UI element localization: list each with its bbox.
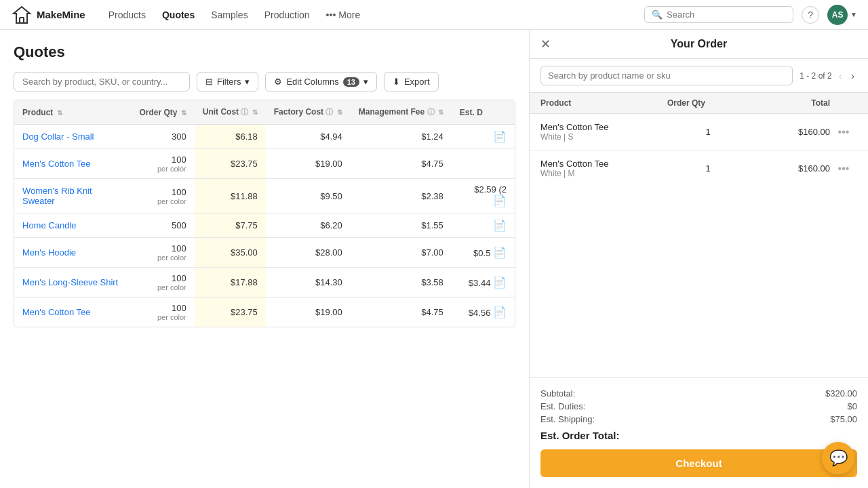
nav-production[interactable]: Production	[258, 5, 317, 24]
nav-quotes[interactable]: Quotes	[155, 5, 201, 24]
order-search-input[interactable]	[540, 66, 793, 85]
cell-est-d: $2.59 (2 📄	[452, 179, 515, 214]
product-link[interactable]: Men's Long-Sleeve Shirt	[22, 277, 118, 287]
filters-button[interactable]: ⊟ Filters ▾	[197, 72, 258, 92]
cell-qty: 500	[131, 214, 194, 238]
cell-factory-cost: $19.00	[266, 149, 351, 179]
doc-icon[interactable]: 📄	[493, 131, 507, 142]
product-link[interactable]: Men's Cotton Tee	[22, 159, 91, 169]
order-item-qty: 1	[667, 127, 749, 137]
cell-product: Men's Hoodie	[14, 238, 131, 268]
main-layout: Quotes ⊟ Filters ▾ ⚙ Edit Columns 13 ▾ ⬇…	[0, 30, 868, 488]
product-search-input[interactable]	[14, 72, 190, 92]
col-order-qty[interactable]: Order Qty ⇅	[131, 100, 194, 125]
cell-mgmt-fee: $1.55	[351, 214, 452, 238]
cell-unit-cost: $11.88	[195, 179, 266, 214]
product-link[interactable]: Men's Hoodie	[22, 247, 76, 258]
nav-samples[interactable]: Samples	[204, 5, 254, 24]
chat-button[interactable]: 💬	[822, 442, 854, 474]
close-button[interactable]: ✕	[540, 37, 551, 52]
table-row: Home Candle 500 $7.75 $6.20 $1.55 📄	[14, 214, 515, 238]
col-est-d: Est. D	[452, 100, 515, 125]
col-unit-cost[interactable]: Unit Cost ⓘ ⇅	[195, 100, 266, 125]
cell-qty: 100per color	[131, 149, 194, 179]
product-link[interactable]: Home Candle	[22, 220, 77, 230]
cell-product: Women's Rib Knit Sweater	[14, 179, 131, 214]
cell-factory-cost: $4.94	[266, 125, 351, 149]
col-product[interactable]: Product ⇅	[14, 100, 131, 125]
panel-header: ✕ Your Order	[530, 30, 868, 59]
cell-est-d: $4.56 📄	[452, 298, 515, 327]
cell-product: Men's Cotton Tee	[14, 298, 131, 327]
order-item-name: Men's Cotton Tee	[540, 122, 667, 132]
checkout-button[interactable]: Checkout	[540, 449, 857, 477]
col-mgmt-fee[interactable]: Management Fee ⓘ ⇅	[351, 100, 452, 125]
avatar-button[interactable]: AS ▼	[827, 5, 857, 25]
page-title: Quotes	[14, 43, 515, 61]
order-items-list: Men's Cotton Tee White | S 1 $160.00 •••…	[530, 114, 868, 377]
cell-qty: 100per color	[131, 268, 194, 298]
doc-icon[interactable]: 📄	[493, 220, 507, 231]
help-icon[interactable]: ?	[802, 6, 819, 24]
cell-product: Men's Cotton Tee	[14, 149, 131, 179]
sort-icon-mgmt-fee: ⇅	[438, 108, 443, 116]
navbar-search[interactable]: 🔍	[644, 6, 793, 23]
cell-mgmt-fee: $3.58	[351, 268, 452, 298]
cell-est-d: 📄	[452, 214, 515, 238]
svg-marker-0	[14, 7, 30, 23]
doc-icon[interactable]: 📄	[493, 277, 507, 288]
order-item-info: Men's Cotton Tee White | S	[540, 122, 667, 142]
cell-product: Home Candle	[14, 214, 131, 238]
cell-factory-cost: $28.00	[266, 238, 351, 268]
products-table: Product ⇅ Order Qty ⇅ Unit Cost ⓘ ⇅	[14, 100, 515, 327]
toolbar: ⊟ Filters ▾ ⚙ Edit Columns 13 ▾ ⬇ Export	[14, 72, 515, 92]
info-icon-mgmt-fee: ⓘ	[427, 108, 435, 116]
doc-icon[interactable]: 📄	[493, 195, 507, 207]
subtotal-row: Subtotal: $320.00	[540, 388, 857, 399]
doc-icon[interactable]: 📄	[493, 306, 507, 318]
prev-page-button[interactable]: ‹	[836, 69, 845, 83]
filter-icon: ⊟	[205, 77, 213, 87]
cell-qty: 100per color	[131, 179, 194, 214]
sort-icon-product: ⇅	[57, 109, 62, 117]
col-factory-cost[interactable]: Factory Cost ⓘ ⇅	[266, 100, 351, 125]
shipping-row: Est. Shipping: $75.00	[540, 414, 857, 424]
panel-search-row: 1 - 2 of 2 ‹ ›	[530, 59, 868, 93]
next-page-button[interactable]: ›	[848, 69, 857, 83]
cell-qty: 300	[131, 125, 194, 149]
nav-right: 🔍 ? AS ▼	[644, 5, 857, 25]
cell-product: Dog Collar - Small	[14, 125, 131, 149]
order-summary: Subtotal: $320.00 Est. Duties: $0 Est. S…	[530, 377, 868, 488]
doc-icon[interactable]: 📄	[493, 247, 507, 258]
product-link[interactable]: Dog Collar - Small	[22, 131, 94, 142]
navbar-search-input[interactable]	[667, 9, 786, 20]
product-link[interactable]: Women's Rib Knit Sweater	[22, 186, 92, 206]
nav-more[interactable]: ••• More	[319, 5, 368, 24]
pagination: 1 - 2 of 2 ‹ ›	[800, 69, 857, 83]
cell-est-d	[452, 149, 515, 179]
export-button[interactable]: ⬇ Export	[384, 72, 439, 92]
product-link[interactable]: Men's Cotton Tee	[22, 307, 91, 317]
user-avatar: AS	[827, 5, 848, 25]
logo[interactable]: MakeMine	[11, 4, 85, 26]
cell-est-d: 📄	[452, 125, 515, 149]
navbar: MakeMine Products Quotes Samples Product…	[0, 0, 868, 30]
table-row: Men's Cotton Tee 100per color $23.75 $19…	[14, 149, 515, 179]
left-panel: Quotes ⊟ Filters ▾ ⚙ Edit Columns 13 ▾ ⬇…	[0, 30, 529, 488]
table-row: Men's Cotton Tee 100per color $23.75 $19…	[14, 298, 515, 327]
order-item-menu-button[interactable]: •••	[830, 163, 857, 175]
order-item-menu-button[interactable]: •••	[830, 126, 857, 138]
order-item: Men's Cotton Tee White | S 1 $160.00 •••	[530, 114, 868, 150]
sort-icon-qty: ⇅	[181, 109, 186, 117]
columns-count-badge: 13	[343, 77, 359, 87]
duties-row: Est. Duties: $0	[540, 401, 857, 411]
logo-text: MakeMine	[37, 9, 85, 20]
chevron-down-icon: ▼	[850, 11, 857, 18]
info-icon-factory-cost: ⓘ	[326, 108, 333, 116]
table-row: Dog Collar - Small 300 $6.18 $4.94 $1.24…	[14, 125, 515, 149]
edit-columns-button[interactable]: ⚙ Edit Columns 13 ▾	[265, 72, 377, 92]
edit-columns-chevron-icon: ▾	[363, 77, 368, 87]
cell-unit-cost: $17.88	[195, 268, 266, 298]
nav-products[interactable]: Products	[102, 5, 153, 24]
order-item-total: $160.00	[749, 127, 830, 137]
